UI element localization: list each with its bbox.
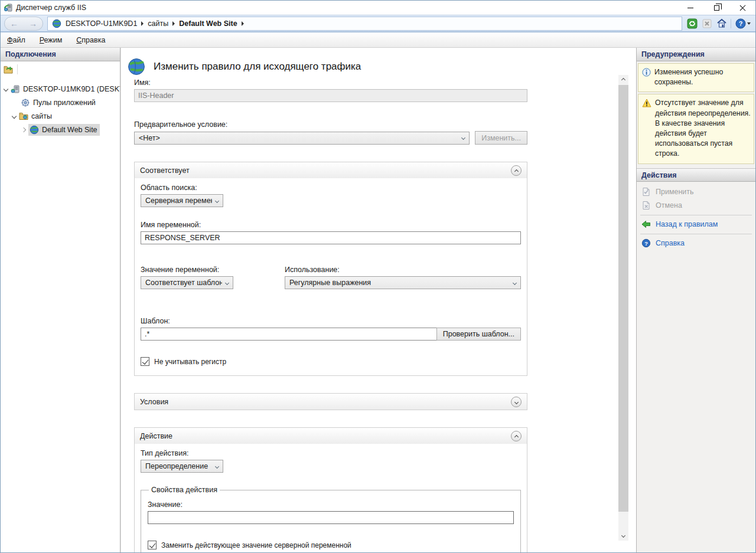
ignore-case-checkbox[interactable] — [141, 357, 149, 366]
tree-item-app-pools[interactable]: Пулы приложений — [1, 96, 120, 109]
conditions-section-title: Условия — [140, 398, 168, 406]
restore-button[interactable] — [703, 1, 729, 15]
collapse-button[interactable] — [511, 165, 522, 176]
action-section-header[interactable]: Действие — [135, 428, 527, 444]
chevron-down-icon — [215, 464, 219, 468]
collapse-button[interactable] — [511, 431, 522, 441]
pattern-label: Шаблон: — [141, 317, 521, 325]
close-button[interactable] — [729, 1, 755, 15]
variable-value-select[interactable]: Соответствует шаблону — [141, 276, 233, 289]
minimize-button[interactable] — [677, 1, 703, 15]
main-pane: Изменить правило для исходящего трафика … — [120, 48, 636, 552]
match-section-header[interactable]: Соответствует — [135, 162, 527, 178]
app-pools-icon — [21, 98, 30, 107]
restore-icon — [714, 5, 719, 11]
tree-item-sites[interactable]: сайты — [1, 109, 120, 123]
help-menu-button[interactable]: ? — [734, 18, 752, 29]
tree-item-label: DESKTOP-U1MK9D1 (DESKTOP — [23, 85, 120, 93]
alert-info: Изменения успешно сохранены. — [638, 63, 754, 92]
replace-value-label: Заменить действующее значение серверной … — [161, 541, 351, 549]
chevron-down-icon[interactable] — [4, 86, 8, 91]
breadcrumb-arrow-icon[interactable] — [242, 21, 244, 26]
breadcrumb-item-server[interactable]: DESKTOP-U1MK9D1 — [66, 19, 137, 28]
right-panel: Предупреждения Изменения успешно сохране… — [636, 48, 755, 552]
forward-button[interactable]: → — [29, 19, 37, 28]
breadcrumb-arrow-icon[interactable] — [141, 21, 144, 26]
using-select[interactable]: Регулярные выражения — [285, 276, 521, 289]
action-type-value: Переопределение — [145, 462, 212, 470]
variable-name-field[interactable] — [141, 231, 521, 244]
replace-value-checkbox[interactable] — [148, 541, 157, 549]
expand-button[interactable] — [511, 397, 522, 407]
chevron-down-icon — [747, 22, 751, 25]
back-button[interactable]: ← — [10, 19, 18, 28]
menu-view[interactable]: Режим — [40, 36, 63, 44]
edit-precondition-button[interactable]: Изменить... — [475, 131, 527, 145]
refresh-button[interactable] — [686, 18, 698, 29]
breadcrumb-arrow-icon[interactable] — [172, 21, 175, 26]
cancel-action[interactable]: Отмена — [637, 199, 755, 212]
nav-buttons: ← → — [4, 17, 43, 31]
using-label: Использование: — [285, 266, 521, 274]
apply-action[interactable]: Применить — [637, 185, 755, 199]
action-section: Действие Тип действия: Переопределение С… — [134, 427, 527, 552]
precondition-select[interactable]: <Нет> — [134, 132, 470, 145]
replace-value-row[interactable]: Заменить действующее значение серверной … — [148, 541, 514, 549]
connections-tree: DESKTOP-U1MK9D1 (DESKTOP Пулы приложений — [1, 77, 120, 552]
address-bar: ← → DESKTOP-U1MK9D1 сайты Default Web Si… — [1, 15, 755, 32]
chevron-down-icon[interactable] — [12, 113, 17, 118]
app-icon — [4, 3, 13, 12]
title-bar: Диспетчер служб IIS — [1, 1, 755, 15]
back-to-rules-action[interactable]: Назад к правилам — [637, 218, 755, 231]
actions-list: Применить Отмена Назад к правилам — [637, 182, 755, 250]
menu-file[interactable]: Файл — [7, 36, 25, 44]
breadcrumb-item-sites[interactable]: сайты — [148, 19, 168, 28]
selected-tree-item[interactable]: Default Web Site — [28, 124, 100, 136]
help-action[interactable]: ? Справка — [637, 237, 755, 250]
save-connection-icon[interactable] — [4, 65, 13, 74]
action-value-label: Значение: — [148, 500, 514, 509]
home-button[interactable] — [716, 18, 728, 29]
page-globe-icon — [127, 57, 146, 76]
tree-item-server[interactable]: DESKTOP-U1MK9D1 (DESKTOP — [1, 82, 120, 96]
chevron-down-icon — [461, 136, 465, 140]
breadcrumb[interactable]: DESKTOP-U1MK9D1 сайты Default Web Site — [47, 17, 682, 31]
action-type-select[interactable]: Переопределение — [141, 460, 223, 473]
action-value-field[interactable] — [148, 511, 514, 524]
chevron-up-icon — [514, 435, 518, 439]
help-icon: ? — [735, 18, 746, 29]
tree-item-default-web-site[interactable]: Default Web Site — [1, 123, 120, 136]
actions-header: Действия — [637, 168, 755, 182]
scroll-up-button[interactable] — [618, 75, 628, 85]
test-pattern-button[interactable]: Проверить шаблон... — [436, 328, 521, 341]
toolbar-separator — [731, 19, 731, 28]
breadcrumb-item-site[interactable]: Default Web Site — [179, 19, 237, 28]
cancel-label: Отмена — [656, 201, 682, 210]
chevron-right-icon[interactable] — [21, 127, 26, 132]
scroll-down-button[interactable] — [618, 531, 628, 541]
chevron-down-icon — [225, 280, 229, 284]
variable-name-label: Имя переменной: — [141, 221, 521, 229]
help-icon: ? — [641, 238, 651, 248]
back-arrow-icon — [641, 220, 651, 229]
name-field — [134, 89, 527, 102]
sites-folder-icon — [19, 112, 28, 121]
scrollbar-thumb[interactable] — [618, 85, 628, 512]
tree-item-label: Default Web Site — [42, 126, 97, 134]
chevron-up-icon — [514, 169, 518, 174]
stop-button[interactable] — [701, 18, 713, 29]
action-properties-group: Свойства действия Значение: Заменить дей… — [141, 486, 521, 552]
tree-item-label: сайты — [31, 112, 52, 120]
conditions-section-header[interactable]: Условия — [135, 394, 527, 410]
chevron-down-icon — [513, 280, 517, 284]
address-toolbar: ? — [686, 18, 752, 29]
apply-label: Применить — [656, 188, 694, 196]
cancel-icon — [641, 201, 651, 210]
scope-select[interactable]: Серверная переменн — [141, 194, 223, 207]
ignore-case-row[interactable]: Не учитывать регистр — [141, 357, 521, 366]
pattern-field[interactable] — [141, 328, 436, 341]
using-value: Регулярные выражения — [289, 279, 510, 287]
close-icon — [739, 5, 746, 11]
vertical-scrollbar[interactable] — [618, 75, 628, 541]
menu-help[interactable]: Справка — [76, 36, 105, 44]
